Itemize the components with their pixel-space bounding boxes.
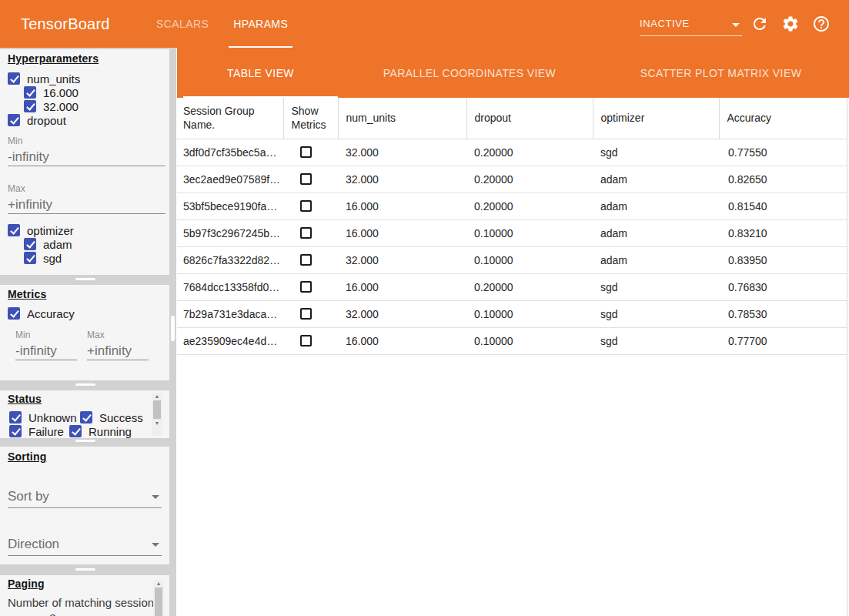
show-metrics-checkbox[interactable]: [300, 281, 312, 293]
num-units-value: 16.000: [338, 327, 466, 354]
tab-scalars[interactable]: SCALARS: [144, 0, 221, 48]
optimizer-value: sgd: [593, 327, 719, 354]
scrollbar-thumb[interactable]: [155, 588, 162, 616]
session-group-name: 53bf5bece9190fa…: [177, 192, 283, 219]
direction-placeholder: Direction: [8, 536, 162, 553]
optimizer-value: adam: [593, 219, 719, 246]
dropout-value: 0.20000: [466, 139, 593, 166]
status-title: Status: [8, 393, 42, 405]
sort-by-dropdown[interactable]: Sort by: [8, 488, 162, 508]
accuracy-value: 0.76830: [719, 273, 847, 300]
show-metrics-checkbox[interactable]: [300, 335, 312, 346]
dropout-value: 0.10000: [466, 300, 593, 327]
status-label-unknown: Unknown: [28, 411, 73, 424]
tab-hparams[interactable]: HPARAMS: [221, 0, 300, 48]
hyperparameters-title: Hyperparameters: [8, 52, 99, 65]
hparam-label-dropout: dropout: [27, 114, 66, 127]
accuracy-value: 0.77550: [719, 139, 847, 166]
column-header-num-units: num_units: [338, 98, 466, 139]
checkbox-status-failure[interactable]: [9, 425, 22, 437]
scrollbar-thumb[interactable]: [153, 400, 161, 419]
checkbox-accuracy[interactable]: [8, 307, 20, 320]
status-label-success: Success: [99, 411, 143, 424]
view-tabbar: TABLE VIEW PARALLEL COORDINATES VIEW SCA…: [177, 48, 849, 98]
app-title: TensorBoard: [21, 0, 110, 48]
show-metrics-checkbox[interactable]: [300, 308, 312, 320]
chevron-down-icon: [152, 495, 159, 499]
num-units-value: 32.000: [338, 300, 466, 327]
session-group-name: 6826c7fa3322d82…: [177, 246, 283, 273]
section-resize-handle[interactable]: [75, 568, 95, 571]
metric-max-input[interactable]: +infinity: [87, 342, 149, 360]
accuracy-value: 0.81540: [719, 192, 847, 219]
accuracy-value: 0.77700: [719, 327, 847, 354]
session-group-name: 3ec2aed9e07589f…: [177, 166, 283, 192]
scroll-up-icon[interactable]: ▲: [156, 580, 162, 587]
optimizer-value: adam: [593, 166, 719, 192]
status-scrollbar[interactable]: ▲ ▼: [152, 393, 162, 436]
table-header-row: Session Group Name. Show Metrics num_uni…: [177, 98, 847, 139]
checkbox-dropout[interactable]: [8, 114, 20, 126]
optimizer-value: adam: [593, 192, 719, 219]
column-header-dropout: dropout: [466, 98, 593, 139]
table-row: 3ec2aed9e07589f… 32.000 0.20000 adam 0.8…: [177, 166, 847, 192]
hparam-label-num-units: num_units: [27, 72, 80, 85]
metric-min-input[interactable]: -infinity: [15, 342, 77, 360]
paging-title: Paging: [8, 578, 45, 590]
checkbox-optimizer-adam[interactable]: [24, 238, 36, 250]
checkbox-status-success[interactable]: [80, 411, 92, 424]
help-icon[interactable]: [812, 15, 831, 33]
show-metrics-checkbox[interactable]: [300, 227, 312, 239]
scroll-up-icon[interactable]: ▲: [155, 393, 160, 400]
checkbox-num-units-16[interactable]: [24, 86, 36, 99]
table-row: 6826c7fa3322d82… 32.000 0.10000 adam 0.8…: [177, 246, 847, 273]
table-row: 53bf5bece9190fa… 16.000 0.20000 adam 0.8…: [177, 192, 847, 219]
checkbox-status-running[interactable]: [69, 425, 82, 437]
optimizer-value: sgd: [593, 273, 719, 300]
tab-parallel-coordinates-view[interactable]: PARALLEL COORDINATES VIEW: [344, 48, 595, 98]
status-label-failure: Failure: [28, 425, 62, 438]
tab-scatter-plot-matrix-view[interactable]: SCATTER PLOT MATRIX VIEW: [595, 48, 847, 98]
section-resize-handle[interactable]: [75, 383, 95, 386]
table-row: ae235909ec4e4d… 16.000 0.10000 sgd 0.777…: [177, 327, 847, 354]
sidebar-scrollbar-thumb[interactable]: [171, 316, 175, 341]
status-label-running: Running: [89, 425, 132, 438]
dropout-value: 0.20000: [466, 192, 593, 219]
refresh-icon[interactable]: [750, 15, 769, 33]
session-groups-table: Session Group Name. Show Metrics num_uni…: [177, 98, 847, 355]
dropout-max-input[interactable]: +infinity: [8, 196, 165, 214]
status-select-value: INACTIVE: [640, 15, 742, 32]
section-resize-handle[interactable]: [75, 440, 95, 442]
column-header-session-group-name: Session Group Name.: [177, 98, 283, 139]
sorting-title: Sorting: [8, 450, 46, 463]
section-resize-handle[interactable]: [75, 278, 95, 280]
show-metrics-checkbox[interactable]: [300, 200, 312, 212]
checkbox-optimizer-sgd[interactable]: [24, 252, 36, 264]
dropout-max-label: Max: [8, 183, 25, 194]
show-metrics-checkbox[interactable]: [300, 146, 312, 158]
status-select[interactable]: INACTIVE: [640, 15, 742, 36]
direction-dropdown[interactable]: Direction: [8, 536, 162, 556]
scroll-down-icon[interactable]: ▼: [155, 420, 160, 427]
hparam-value-adam: adam: [43, 238, 72, 251]
table-row: 3df0d7cf35bec5a… 32.000 0.20000 sgd 0.77…: [177, 139, 847, 166]
show-metrics-checkbox[interactable]: [300, 254, 312, 266]
settings-icon[interactable]: [781, 15, 800, 33]
table-row: 7b29a731e3daca… 32.000 0.10000 sgd 0.785…: [177, 300, 847, 327]
dropout-value: 0.10000: [466, 219, 593, 246]
session-group-name: 3df0d7cf35bec5a…: [177, 139, 283, 166]
dropout-min-input[interactable]: -infinity: [8, 148, 165, 166]
num-units-value: 16.000: [338, 192, 466, 219]
paging-scrollbar[interactable]: ▲: [153, 580, 164, 616]
tab-table-view[interactable]: TABLE VIEW: [177, 48, 344, 98]
optimizer-value: sgd: [593, 139, 719, 166]
accuracy-value: 0.83210: [719, 219, 847, 246]
checkbox-num-units[interactable]: [8, 72, 20, 85]
chevron-down-icon: [152, 543, 159, 547]
optimizer-value: sgd: [593, 300, 719, 327]
checkbox-status-unknown[interactable]: [9, 411, 22, 424]
dropout-value: 0.10000: [466, 327, 593, 354]
checkbox-num-units-32[interactable]: [24, 100, 36, 112]
checkbox-optimizer[interactable]: [8, 224, 20, 236]
show-metrics-checkbox[interactable]: [300, 173, 312, 185]
